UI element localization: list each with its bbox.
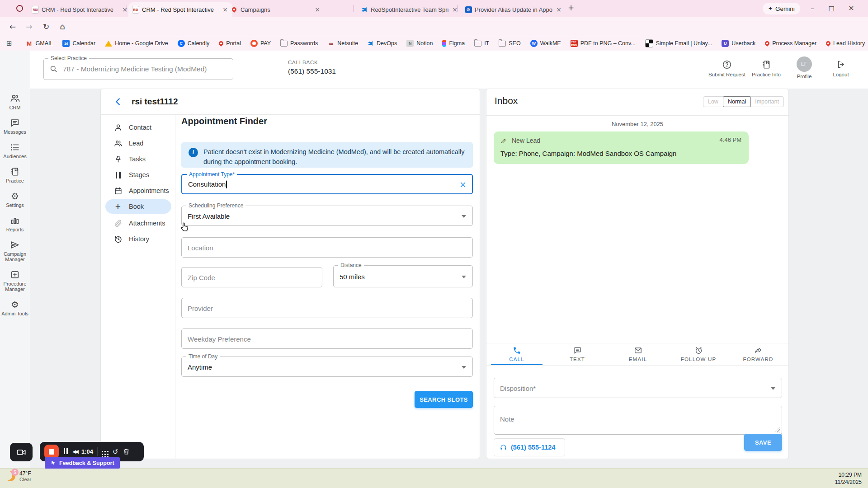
tab-email[interactable]: EMAIL — [608, 343, 668, 364]
save-button[interactable]: SAVE — [744, 434, 782, 451]
apps-grid-icon[interactable]: ⊞ — [6, 39, 12, 47]
profile-button[interactable]: LF Profile — [789, 56, 819, 79]
lead-nav-lead[interactable]: Lead — [105, 136, 171, 150]
lead-nav-history[interactable]: History — [105, 232, 171, 246]
bookmark-process-manager[interactable]: Process Manager — [765, 40, 816, 47]
rail-item-audiences[interactable]: Audiences — [0, 142, 30, 159]
bookmark-userback[interactable]: UUserback — [722, 40, 755, 47]
bookmark-pdf2png[interactable]: PDFPNGPDF to PNG – Conv... — [571, 40, 636, 47]
record-dot-icon[interactable] — [16, 5, 23, 12]
rail-item-practice[interactable]: Practice — [0, 167, 30, 183]
tab-close-icon[interactable]: × — [314, 6, 321, 13]
lead-nav-book[interactable]: +Book — [105, 199, 171, 214]
home-button[interactable]: ⌂ — [56, 20, 69, 33]
practice-info-button[interactable]: Practice Info — [747, 60, 786, 77]
logout-icon — [836, 60, 846, 69]
bookmark-drive[interactable]: Home - Google Drive — [105, 40, 168, 47]
lead-nav-contact[interactable]: Contact — [105, 120, 171, 135]
browser-tab-1[interactable]: RSI CRM - Red Spot Interactive × — [28, 2, 132, 17]
gemini-icon: ✦ — [768, 5, 773, 12]
select-practice-field[interactable]: Select Practice 787 - Modernizing Medici… — [43, 58, 233, 80]
dial-number-button[interactable]: (561) 555-1124 — [494, 438, 565, 456]
browser-tab-4[interactable]: RedSpotInteractive Team Sprin × — [357, 2, 462, 17]
bookmark-calendly[interactable]: CCalendly — [178, 40, 210, 47]
bookmark-simple-email[interactable]: Simple Email | Unlay... — [645, 39, 712, 47]
appointment-type-field[interactable]: Appointment Type* Consultation × — [181, 174, 473, 194]
weekday-preference-field[interactable]: Weekday Preference — [181, 328, 473, 349]
clear-icon[interactable]: × — [459, 179, 467, 189]
distance-field[interactable]: Distance 50 miles — [333, 265, 473, 287]
location-field[interactable]: Location — [181, 237, 473, 258]
rail-item-messages[interactable]: Messages — [0, 118, 30, 135]
filter-important[interactable]: Important — [750, 97, 783, 107]
time-of-day-field[interactable]: Time of Day Anytime — [181, 357, 473, 377]
pause-button[interactable] — [63, 448, 68, 456]
resize-handle[interactable] — [775, 427, 780, 432]
rail-item-campaign-manager[interactable]: Campaign Manager — [0, 240, 30, 262]
bookmark-seo[interactable]: SEO — [499, 40, 520, 47]
filter-normal[interactable]: Normal — [723, 96, 751, 107]
disposition-select[interactable]: Disposition* — [494, 378, 782, 398]
recorder-camera-button[interactable] — [10, 443, 33, 461]
new-tab-button[interactable]: + — [568, 3, 574, 12]
submit-request-button[interactable]: Submit Request — [706, 60, 748, 77]
tab-text[interactable]: TEXT — [547, 343, 608, 364]
weather-widget[interactable]: 5 47°F Clear — [5, 470, 31, 482]
back-button[interactable] — [113, 96, 123, 107]
delete-recording-button[interactable] — [123, 448, 130, 455]
window-minimize-button[interactable]: – — [806, 2, 819, 14]
feedback-support-button[interactable]: Feedback & Support — [45, 457, 120, 469]
taskbar-clock[interactable]: 10:29 PM 11/24/2025 — [835, 471, 862, 486]
window-close-button[interactable]: × — [844, 2, 858, 14]
tab-forward[interactable]: FORWARD — [728, 343, 788, 364]
bookmark-gmail[interactable]: MGMAIL — [26, 40, 53, 47]
gemini-button[interactable]: ✦ Gemini — [763, 3, 800, 14]
bookmark-netsuite[interactable]: ∞Netsuite — [327, 40, 358, 47]
stop-record-button[interactable] — [44, 445, 59, 459]
bookmark-figma[interactable]: Figma — [442, 40, 465, 47]
bookmark-portal[interactable]: Portal — [219, 40, 241, 47]
folder-icon — [474, 41, 481, 47]
callback-number[interactable]: (561) 555-1031 — [288, 67, 336, 75]
tools-grid-icon[interactable] — [102, 451, 103, 452]
bookmark-calendar[interactable]: 16Calendar — [62, 40, 95, 47]
provider-field[interactable]: Provider — [181, 298, 473, 318]
bookmark-it[interactable]: IT — [474, 40, 489, 47]
browser-tab-3[interactable]: Campaigns × — [227, 2, 325, 17]
bookmark-lead-history[interactable]: Lead History — [826, 40, 865, 47]
rail-item-settings[interactable]: ⚙Settings — [0, 191, 30, 208]
rail-item-reports[interactable]: Reports — [0, 216, 30, 232]
rail-item-crm[interactable]: CRM — [0, 93, 30, 110]
bookmark-notion[interactable]: NNotion — [406, 40, 433, 47]
rewind-button[interactable]: ◀◀ — [72, 449, 77, 455]
composer: CALL TEXT EMAIL FOLLOW UP FORWARD Dispos… — [486, 343, 788, 459]
zip-code-field[interactable]: Zip Code — [181, 267, 322, 287]
lead-nav-stages[interactable]: Stages — [105, 168, 171, 182]
note-textarea[interactable]: Note — [494, 406, 782, 435]
search-slots-button[interactable]: SEARCH SLOTS — [415, 391, 473, 408]
rail-item-admin-tools[interactable]: ⚙Admin Tools — [0, 300, 30, 316]
back-button[interactable]: ← — [6, 20, 19, 33]
forward-button[interactable]: → — [23, 20, 35, 33]
window-maximize-button[interactable]: □ — [825, 2, 838, 14]
bookmark-devops[interactable]: DevOps — [368, 40, 397, 47]
lead-nav-tasks[interactable]: Tasks — [105, 152, 171, 166]
bookmark-pay[interactable]: PAY — [250, 40, 271, 47]
lead-nav-attachments[interactable]: Attachments — [105, 216, 171, 230]
logout-button[interactable]: Logout — [827, 60, 854, 77]
scheduling-preference-field[interactable]: Scheduling Preference First Available — [181, 206, 473, 226]
filter-low[interactable]: Low — [703, 97, 723, 107]
bookmark-walkme[interactable]: WWalkME — [530, 40, 561, 47]
reload-button[interactable]: ↻ — [40, 20, 52, 33]
bookmark-passwords[interactable]: Passwords — [280, 40, 318, 47]
lead-nav-appointments[interactable]: Appointments — [105, 183, 171, 198]
tab-close-icon[interactable]: × — [121, 6, 128, 13]
tab-call[interactable]: CALL — [486, 343, 547, 364]
restart-button[interactable]: ↺ — [113, 448, 118, 456]
tab-close-icon[interactable]: × — [555, 6, 562, 13]
rail-item-procedure-manager[interactable]: Procedure Manager — [0, 270, 30, 292]
inbox-message[interactable]: New Lead 4:46 PM Type: Phone, Campaign: … — [494, 131, 749, 164]
browser-tab-5[interactable]: ⚙ Provider Alias Update in Appoi × — [461, 2, 566, 17]
browser-tab-2-active[interactable]: RSI CRM - Red Spot Interactive × — [128, 2, 232, 17]
tab-follow-up[interactable]: FOLLOW UP — [668, 343, 729, 364]
